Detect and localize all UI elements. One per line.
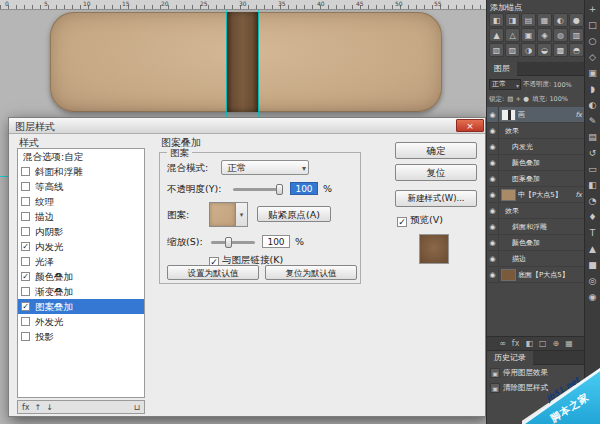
layers-footer-icon[interactable]: ▦: [565, 339, 573, 348]
eraser-tool-icon[interactable]: ▭: [586, 163, 599, 176]
effect-row[interactable]: ◉颜色叠加: [487, 155, 585, 171]
fx-badge-icon[interactable]: fx: [575, 111, 582, 119]
pattern-swatch[interactable]: [209, 202, 236, 227]
layer-row[interactable]: ◉画fx: [487, 107, 585, 123]
visibility-eye-icon[interactable]: ◉: [487, 187, 499, 203]
style-checkbox[interactable]: [21, 167, 30, 176]
scale-input[interactable]: 100: [262, 235, 290, 248]
panel-icon[interactable]: ◓: [569, 43, 584, 57]
marquee-tool-icon[interactable]: □: [586, 19, 599, 32]
tab-history[interactable]: 历史记录: [487, 351, 533, 365]
panel-icon[interactable]: ▧: [489, 43, 504, 57]
tab-layers[interactable]: 图层: [487, 62, 517, 76]
pen-tool-icon[interactable]: ♦: [586, 211, 599, 224]
gradient-tool-icon[interactable]: ◧: [586, 179, 599, 192]
style-item[interactable]: 外发光: [18, 314, 144, 329]
visibility-eye-icon[interactable]: ◉: [487, 171, 499, 187]
style-checkbox[interactable]: [21, 197, 30, 206]
reset-button[interactable]: 复位: [395, 164, 477, 181]
layer-row[interactable]: ◉中【P大点5】fx: [487, 187, 585, 203]
effect-row[interactable]: ◉效果: [487, 123, 585, 139]
lock-icon[interactable]: +: [514, 95, 522, 103]
make-default-button[interactable]: 设置为默认值: [167, 265, 259, 280]
panel-icon[interactable]: ◑: [521, 43, 536, 57]
style-item[interactable]: 混合选项:自定: [18, 149, 144, 164]
eyedropper-tool-icon[interactable]: ◗: [586, 83, 599, 96]
scale-slider-knob[interactable]: [225, 237, 232, 248]
fill-value[interactable]: 100%: [549, 95, 568, 103]
layers-footer-icon[interactable]: ⊕: [553, 339, 560, 348]
panel-icon[interactable]: ◐: [553, 13, 568, 27]
style-checkbox[interactable]: [21, 332, 30, 341]
effect-row[interactable]: ◉效果: [487, 203, 585, 219]
zoom-tool-icon[interactable]: ◉: [586, 291, 599, 304]
style-checkbox[interactable]: [21, 227, 30, 236]
history-brush-tool-icon[interactable]: ↺: [586, 147, 599, 160]
snap-to-origin-button[interactable]: 贴紧原点(A): [257, 206, 331, 222]
fx-icon[interactable]: fx: [22, 403, 30, 412]
panel-icon[interactable]: ▥: [569, 28, 584, 42]
visibility-eye-icon[interactable]: ◉: [487, 139, 499, 155]
visibility-eye-icon[interactable]: ◉: [487, 155, 499, 171]
opacity-input[interactable]: 100: [290, 182, 318, 195]
layer-thumbnail[interactable]: [501, 189, 516, 201]
scale-slider[interactable]: [211, 241, 255, 244]
crop-tool-icon[interactable]: ▣: [586, 67, 599, 80]
checkbox-check-icon[interactable]: ✓: [397, 217, 407, 227]
ok-button[interactable]: 确定: [395, 142, 477, 159]
opacity-slider-knob[interactable]: [276, 184, 283, 195]
style-checkbox[interactable]: ✓: [21, 242, 30, 251]
style-checkbox[interactable]: ✓: [21, 302, 30, 311]
hand-tool-icon[interactable]: ◎: [586, 275, 599, 288]
lock-icon[interactable]: ▨: [506, 95, 514, 103]
visibility-eye-icon[interactable]: ◉: [487, 219, 499, 235]
effect-row[interactable]: ◉描边: [487, 251, 585, 267]
panel-icon[interactable]: ●: [569, 13, 584, 27]
panel-icon[interactable]: ▲: [489, 28, 504, 42]
visibility-eye-icon[interactable]: ◉: [487, 123, 499, 139]
shape-tool-icon[interactable]: ■: [586, 259, 599, 272]
layer-row[interactable]: ◉底面【P大点5】: [487, 267, 585, 283]
clone-stamp-tool-icon[interactable]: ▤: [586, 131, 599, 144]
panel-icon[interactable]: ▣: [521, 28, 536, 42]
close-icon[interactable]: ×: [456, 119, 484, 132]
style-item[interactable]: 描边: [18, 209, 144, 224]
lasso-tool-icon[interactable]: ○: [586, 35, 599, 48]
effect-row[interactable]: ◉内发光: [487, 139, 585, 155]
reset-default-button[interactable]: 复位为默认值: [265, 265, 357, 280]
style-item[interactable]: 斜面和浮雕: [18, 164, 144, 179]
layers-opacity-value[interactable]: 100%: [553, 81, 572, 89]
layer-thumbnail[interactable]: [501, 109, 516, 121]
visibility-eye-icon[interactable]: ◉: [487, 107, 499, 123]
visibility-eye-icon[interactable]: ◉: [487, 203, 499, 219]
preview-checkbox[interactable]: ✓预览(V): [397, 214, 443, 227]
pattern-picker-arrow[interactable]: ▾: [236, 202, 248, 227]
style-item[interactable]: 光泽: [18, 254, 144, 269]
layers-footer-icon[interactable]: □: [539, 339, 547, 348]
visibility-eye-icon[interactable]: ◉: [487, 235, 499, 251]
style-item[interactable]: ✓内发光: [18, 239, 144, 254]
panel-icon[interactable]: ◨: [505, 13, 520, 27]
panel-icon[interactable]: ▨: [505, 43, 520, 57]
style-item[interactable]: ✓颜色叠加: [18, 269, 144, 284]
panel-icon[interactable]: ◧: [489, 13, 504, 27]
arrow-down-icon[interactable]: ↓: [46, 403, 53, 412]
effect-row[interactable]: ◉图案叠加: [487, 171, 585, 187]
style-checkbox[interactable]: [21, 287, 30, 296]
style-checkbox[interactable]: ✓: [21, 272, 30, 281]
panel-icon[interactable]: ▤: [521, 13, 536, 27]
layers-footer-icon[interactable]: ◧: [525, 339, 533, 348]
move-tool-icon[interactable]: +: [586, 3, 599, 16]
layers-blend-mode-select[interactable]: 正常 ▾: [489, 79, 521, 90]
layer-thumbnail[interactable]: [501, 269, 516, 281]
brush-tool-icon[interactable]: ✎: [586, 115, 599, 128]
style-item[interactable]: 投影: [18, 329, 144, 344]
blur-tool-icon[interactable]: ◔: [586, 195, 599, 208]
opacity-slider[interactable]: [233, 188, 281, 191]
style-checkbox[interactable]: [21, 182, 30, 191]
style-item[interactable]: 等高线: [18, 179, 144, 194]
panel-icon[interactable]: ▦: [537, 13, 552, 27]
layers-footer-icon[interactable]: fx: [512, 339, 520, 348]
visibility-eye-icon[interactable]: ◉: [487, 267, 499, 283]
style-checkbox[interactable]: [21, 257, 30, 266]
